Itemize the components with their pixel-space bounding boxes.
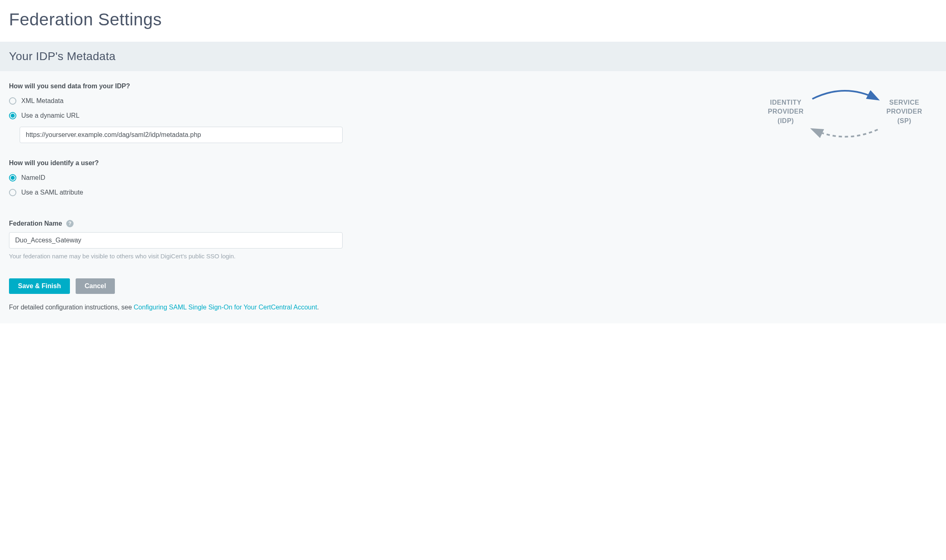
federation-name-helper: Your federation name may be visible to o… [9, 253, 348, 260]
subheader-title: Your IDP's Metadata [9, 50, 937, 63]
cancel-button[interactable]: Cancel [76, 278, 115, 294]
radio-label: NameID [21, 174, 45, 181]
help-icon[interactable]: ? [66, 220, 74, 227]
send-data-question: How will you send data from your IDP? [9, 83, 348, 90]
help-line: For detailed configuration instructions,… [9, 304, 348, 311]
federation-name-input[interactable] [9, 232, 343, 249]
radio-icon [9, 174, 16, 181]
idp-sp-diagram: IDENTITY PROVIDER (IDP) SERVICE PROVIDER… [767, 87, 923, 144]
button-row: Save & Finish Cancel [9, 278, 348, 294]
dynamic-url-input[interactable] [20, 127, 343, 143]
help-line-suffix: . [317, 304, 319, 311]
subheader: Your IDP's Metadata [0, 42, 946, 71]
radio-saml-attribute[interactable]: Use a SAML attribute [9, 189, 348, 196]
page-title: Federation Settings [0, 0, 946, 42]
save-finish-button[interactable]: Save & Finish [9, 278, 70, 294]
diagram-label-idp: IDENTITY PROVIDER (IDP) [763, 98, 808, 125]
diagram-column: IDENTITY PROVIDER (IDP) SERVICE PROVIDER… [765, 83, 937, 144]
federation-name-label-row: Federation Name ? [9, 220, 348, 227]
radio-icon [9, 97, 16, 105]
radio-label: XML Metadata [21, 97, 63, 105]
help-line-prefix: For detailed configuration instructions,… [9, 304, 134, 311]
content-area: How will you send data from your IDP? XM… [0, 71, 946, 323]
form-column: How will you send data from your IDP? XM… [9, 83, 348, 311]
radio-icon [9, 112, 16, 119]
identify-user-question: How will you identify a user? [9, 159, 348, 167]
diagram-label-sp: SERVICE PROVIDER (SP) [882, 98, 927, 125]
radio-dynamic-url[interactable]: Use a dynamic URL [9, 112, 348, 119]
radio-icon [9, 189, 16, 196]
federation-name-label: Federation Name [9, 220, 62, 227]
radio-nameid[interactable]: NameID [9, 174, 348, 181]
radio-label: Use a dynamic URL [21, 112, 79, 119]
radio-xml-metadata[interactable]: XML Metadata [9, 97, 348, 105]
radio-label: Use a SAML attribute [21, 189, 83, 196]
help-link[interactable]: Configuring SAML Single Sign-On for Your… [134, 304, 317, 311]
